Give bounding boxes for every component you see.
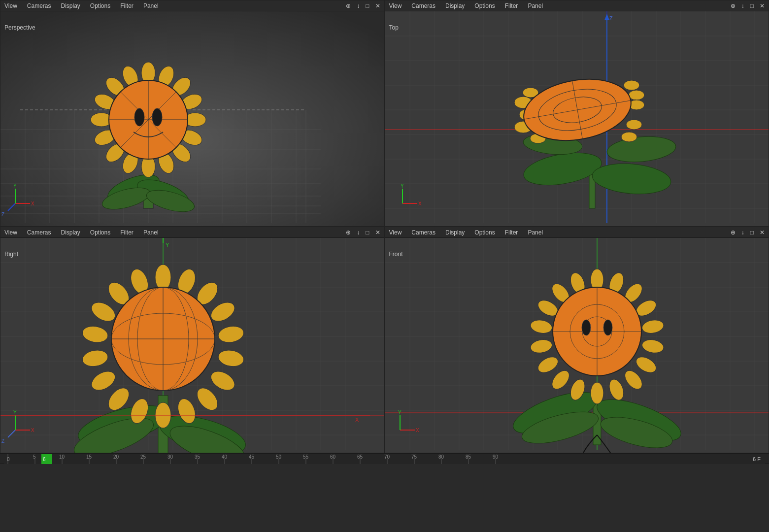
top-menu-view[interactable]: View [387, 1, 404, 10]
top-move-icon[interactable]: ⊕ [729, 1, 737, 10]
right-close-icon[interactable]: ✕ [373, 228, 382, 237]
svg-text:20: 20 [113, 454, 119, 460]
top-menu-filter[interactable]: Filter [503, 1, 520, 10]
svg-text:10: 10 [59, 454, 65, 460]
svg-text:60: 60 [330, 454, 336, 460]
right-menu-cameras[interactable]: Cameras [25, 228, 53, 237]
perspective-move-icon[interactable]: ⊕ [344, 1, 353, 10]
right-menu-panel[interactable]: Panel [141, 228, 161, 237]
svg-text:Z: Z [1, 212, 4, 217]
viewports-grid: View Cameras Display Options Filter Pane… [0, 0, 769, 453]
svg-text:5: 5 [33, 454, 36, 460]
front-move-icon[interactable]: ⊕ [729, 228, 737, 237]
front-menu-view[interactable]: View [387, 228, 404, 237]
perspective-canvas[interactable]: Perspective [0, 11, 384, 226]
svg-text:6 F: 6 F [753, 456, 761, 462]
top-maximize-icon[interactable]: □ [748, 1, 756, 10]
svg-text:30: 30 [167, 454, 173, 460]
svg-text:Y: Y [13, 410, 17, 415]
svg-text:45: 45 [249, 454, 255, 460]
viewport-perspective: View Cameras Display Options Filter Pane… [0, 0, 385, 227]
svg-text:50: 50 [276, 454, 282, 460]
top-viewport-icons: ⊕ ↓ □ ✕ [729, 1, 767, 10]
svg-point-48 [134, 108, 144, 126]
right-menu-filter[interactable]: Filter [118, 228, 135, 237]
front-viewport-icons: ⊕ ↓ □ ✕ [729, 228, 767, 237]
svg-text:6: 6 [43, 457, 46, 462]
svg-text:15: 15 [86, 454, 92, 460]
svg-text:X: X [31, 428, 34, 433]
front-maximize-icon[interactable]: □ [748, 228, 756, 237]
viewport-front: View Cameras Display Options Filter Pane… [385, 227, 769, 453]
top-menu-cameras[interactable]: Cameras [409, 1, 437, 10]
viewport-top: View Cameras Display Options Filter Pane… [385, 0, 769, 227]
svg-text:Y: Y [398, 410, 401, 415]
top-down-icon[interactable]: ↓ [739, 1, 746, 10]
top-menu-panel[interactable]: Panel [526, 1, 545, 10]
svg-text:0: 0 [7, 457, 10, 462]
front-menu-panel[interactable]: Panel [526, 228, 545, 237]
perspective-menu-panel[interactable]: Panel [141, 1, 161, 10]
right-maximize-icon[interactable]: □ [364, 228, 371, 237]
svg-point-101 [621, 132, 637, 142]
svg-text:35: 35 [195, 454, 201, 460]
svg-text:25: 25 [140, 454, 146, 460]
svg-text:X: X [355, 417, 359, 423]
perspective-maximize-icon[interactable]: □ [364, 1, 371, 10]
svg-text:Z: Z [1, 438, 4, 444]
front-menu-filter[interactable]: Filter [503, 228, 520, 237]
svg-text:65: 65 [357, 454, 363, 460]
svg-text:85: 85 [466, 454, 471, 460]
front-scene: X Y [385, 238, 769, 453]
front-canvas[interactable]: Front [385, 238, 769, 453]
timeline-bar: 0 5 6 10 15 20 [0, 453, 769, 532]
svg-point-100 [626, 120, 642, 130]
perspective-menu-view[interactable]: View [2, 1, 19, 10]
front-menu-display[interactable]: Display [443, 228, 467, 237]
svg-text:X: X [418, 201, 422, 206]
top-scene: Z [385, 11, 769, 226]
top-menu-options[interactable]: Options [472, 1, 497, 10]
svg-point-231 [582, 320, 591, 335]
perspective-menu-display[interactable]: Display [59, 1, 82, 10]
top-canvas[interactable]: Top [385, 11, 769, 226]
main-container: View Cameras Display Options Filter Pane… [0, 0, 769, 532]
right-menu-view[interactable]: View [2, 228, 19, 237]
svg-text:90: 90 [493, 454, 499, 460]
right-canvas[interactable]: Right [0, 238, 384, 453]
front-down-icon[interactable]: ↓ [739, 228, 746, 237]
viewport-right: View Cameras Display Options Filter Pane… [0, 227, 385, 453]
front-close-icon[interactable]: ✕ [758, 228, 767, 237]
right-menu-display[interactable]: Display [59, 228, 82, 237]
timeline-content[interactable] [0, 464, 769, 532]
right-move-icon[interactable]: ⊕ [344, 228, 353, 237]
svg-text:Y: Y [166, 242, 169, 248]
viewport-right-menubar: View Cameras Display Options Filter Pane… [0, 227, 384, 238]
perspective-menu-filter[interactable]: Filter [118, 1, 135, 10]
svg-text:40: 40 [222, 454, 228, 460]
svg-text:80: 80 [438, 454, 444, 460]
svg-text:70: 70 [384, 454, 390, 460]
timeline-ruler[interactable]: 0 5 6 10 15 20 [0, 454, 769, 464]
front-menu-cameras[interactable]: Cameras [409, 228, 437, 237]
top-menu-display[interactable]: Display [443, 1, 467, 10]
perspective-close-icon[interactable]: ✕ [373, 1, 382, 10]
svg-text:55: 55 [303, 454, 309, 460]
perspective-viewport-icons: ⊕ ↓ □ ✕ [344, 1, 382, 10]
svg-text:X: X [416, 428, 419, 433]
perspective-menu-cameras[interactable]: Cameras [25, 1, 53, 10]
svg-point-217 [591, 382, 603, 404]
right-scene: Y X Y Z X [0, 238, 384, 453]
perspective-menu-options[interactable]: Options [88, 1, 112, 10]
svg-text:Y: Y [401, 183, 404, 189]
timeline-ruler-svg: 0 5 6 10 15 20 [4, 454, 765, 464]
svg-point-232 [603, 320, 612, 335]
front-menu-options[interactable]: Options [472, 228, 497, 237]
viewport-perspective-menubar: View Cameras Display Options Filter Pane… [0, 0, 384, 11]
right-menu-options[interactable]: Options [88, 228, 112, 237]
top-close-icon[interactable]: ✕ [758, 1, 767, 10]
svg-point-142 [155, 265, 171, 290]
svg-text:Y: Y [13, 183, 17, 189]
perspective-down-icon[interactable]: ↓ [355, 1, 362, 10]
right-down-icon[interactable]: ↓ [355, 228, 362, 237]
